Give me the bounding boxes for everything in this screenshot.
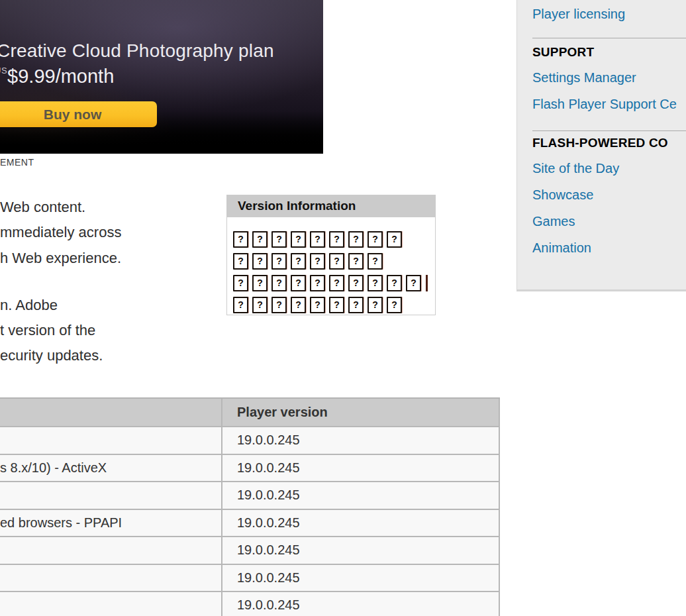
missing-glyph: ? <box>310 253 325 270</box>
ad-price: US$9.99/month <box>0 66 114 87</box>
missing-glyph: ? <box>348 253 364 270</box>
table-row: 19.0.0.245 <box>0 427 500 455</box>
glyph-row: ????????? <box>233 231 435 248</box>
missing-glyph: ? <box>291 253 306 270</box>
sidebar-item-flash-player-support-center[interactable]: Flash Player Support Ce <box>532 97 677 112</box>
glyph-row: ???????? <box>233 253 435 270</box>
missing-glyph: ? <box>387 297 402 313</box>
glyph-row: ????????? <box>233 297 435 313</box>
table-row: ed browsers - PPAPI 19.0.0.245 <box>0 510 500 538</box>
version-cell: 19.0.0.245 <box>222 482 500 509</box>
missing-glyph: ? <box>310 275 325 291</box>
missing-glyph: ? <box>271 275 287 291</box>
intro-text-line: t version of the <box>0 322 95 339</box>
missing-glyph: ? <box>348 297 364 313</box>
missing-glyph: ? <box>348 275 364 291</box>
sidebar-item-showcase[interactable]: Showcase <box>532 187 593 203</box>
version-cell: 19.0.0.245 <box>222 427 500 454</box>
missing-glyph: ? <box>233 231 248 248</box>
version-cell: 19.0.0.245 <box>222 537 500 564</box>
page: Creative Cloud Photography plan US$9.99/… <box>0 0 686 616</box>
sidebar-divider <box>532 130 686 131</box>
player-version-table: Player version 19.0.0.245 s 8.x/10) - Ac… <box>0 397 500 616</box>
missing-glyph: ? <box>329 253 344 270</box>
missing-glyph: ? <box>387 231 402 248</box>
platform-cell <box>0 592 222 616</box>
missing-glyph: ? <box>348 231 364 248</box>
table-row: 19.0.0.245 <box>0 565 500 593</box>
sidebar-item-settings-manager[interactable]: Settings Manager <box>532 70 636 85</box>
version-cell: 19.0.0.245 <box>222 592 500 616</box>
missing-glyph: ? <box>291 231 306 248</box>
intro-text-line: Web content. <box>0 199 85 216</box>
version-cell: 19.0.0.245 <box>222 565 500 591</box>
missing-glyph: ? <box>329 275 344 291</box>
table-row: 19.0.0.245 <box>0 482 500 510</box>
missing-glyph: ? <box>329 231 344 248</box>
missing-glyph: ? <box>387 275 402 291</box>
missing-glyph: ? <box>252 275 268 291</box>
buy-now-button[interactable]: Buy now <box>0 101 157 127</box>
missing-glyph: ? <box>252 297 268 313</box>
ad-currency-label: US <box>0 66 7 76</box>
missing-glyph: ? <box>310 297 325 313</box>
missing-glyph: ? <box>271 231 287 248</box>
table-row: s 8.x/10) - ActiveX 19.0.0.245 <box>0 455 500 483</box>
sidebar-item-animation[interactable]: Animation <box>532 240 591 256</box>
missing-glyph: ? <box>368 231 383 248</box>
sidebar-item-games[interactable]: Games <box>532 214 575 229</box>
intro-text-line: h Web experience. <box>0 250 121 267</box>
intro-text-line: n. Adobe <box>0 297 58 314</box>
missing-glyph: ? <box>233 275 248 291</box>
sidebar-heading-support: SUPPORT <box>532 45 594 60</box>
table-row: 19.0.0.245 <box>0 592 500 616</box>
sidebar-item-site-of-the-day[interactable]: Site of the Day <box>532 161 619 176</box>
missing-glyph: ? <box>368 275 383 291</box>
sidebar-item-player-licensing[interactable]: Player licensing <box>532 7 625 22</box>
missing-glyph: ? <box>271 297 287 313</box>
missing-glyph: ? <box>252 231 268 248</box>
missing-glyph: ? <box>233 297 248 313</box>
sidebar-divider <box>532 38 686 38</box>
missing-glyph: ? <box>291 275 306 291</box>
advertisement-label: EMENT <box>0 157 34 168</box>
missing-glyph: ? <box>329 297 344 313</box>
missing-glyph: ? <box>368 253 383 270</box>
platform-cell <box>0 482 222 509</box>
table-header-row: Player version <box>0 399 500 427</box>
version-cell: 19.0.0.245 <box>222 455 500 482</box>
intro-text-line: mmediately across <box>0 224 121 241</box>
platform-cell: s 8.x/10) - ActiveX <box>0 455 222 482</box>
missing-glyph: ? <box>310 231 325 248</box>
intro-text-line: ecurity updates. <box>0 347 103 364</box>
platform-cell <box>0 565 222 591</box>
missing-glyph: ? <box>233 253 248 270</box>
missing-glyph: ? <box>291 297 306 313</box>
table-header-player-version: Player version <box>222 399 500 426</box>
version-box-header: Version Information <box>226 195 436 217</box>
creative-cloud-ad-banner[interactable]: Creative Cloud Photography plan US$9.99/… <box>0 0 323 154</box>
missing-glyph: ? <box>406 275 421 291</box>
ad-title: Creative Cloud Photography plan <box>0 40 323 62</box>
version-information-box: Version Information ????????????????????… <box>226 195 436 315</box>
table-header-platform <box>0 399 222 426</box>
table-row: 19.0.0.245 <box>0 537 500 565</box>
ad-price-value: $9.99/month <box>7 66 114 87</box>
missing-glyph: ? <box>271 253 287 270</box>
platform-cell <box>0 427 222 454</box>
platform-cell <box>0 537 222 564</box>
version-cell: 19.0.0.245 <box>222 510 500 537</box>
glyph-row: ?????????? <box>233 275 435 291</box>
text-cursor <box>426 275 428 291</box>
platform-cell: ed browsers - PPAPI <box>0 510 222 537</box>
version-glyph-rows: ???????????????????????????????????? <box>226 217 436 315</box>
sidebar-heading-flash-powered-content: FLASH-POWERED CO <box>532 136 668 150</box>
missing-glyph: ? <box>368 297 383 313</box>
version-box-title: Version Information <box>238 199 356 213</box>
sidebar-nav: Player licensing SUPPORT Settings Manage… <box>516 0 686 291</box>
missing-glyph: ? <box>252 253 268 270</box>
